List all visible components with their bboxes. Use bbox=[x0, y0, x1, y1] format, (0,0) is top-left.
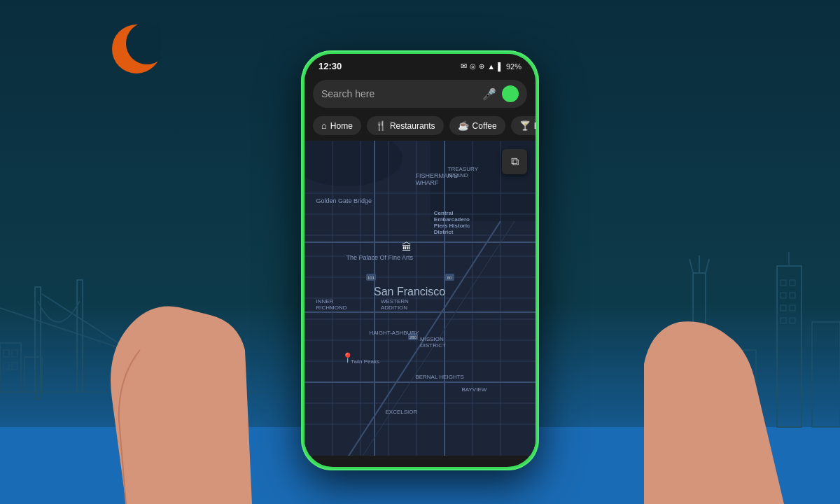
moon-icon bbox=[105, 21, 161, 77]
filter-chips: ⌂ Home 🍴 Restaurants ☕ Coffee 🍸 B bbox=[304, 113, 536, 141]
home-icon: ⌂ bbox=[321, 120, 327, 131]
map-canvas: 101 280 80 Golden Gate Bridge The Palace… bbox=[304, 141, 536, 456]
search-bar-area: Search here 🎤 bbox=[304, 76, 536, 113]
svg-point-33 bbox=[304, 141, 402, 186]
svg-rect-8 bbox=[4, 350, 9, 357]
search-placeholder[interactable]: Search here bbox=[321, 88, 477, 99]
svg-text:280: 280 bbox=[410, 335, 417, 340]
svg-rect-30 bbox=[812, 322, 840, 427]
hand-right bbox=[644, 189, 784, 504]
vpn-icon: ⊕ bbox=[479, 62, 484, 70]
fork-icon: 🍴 bbox=[375, 120, 386, 131]
svg-text:80: 80 bbox=[447, 276, 452, 280]
cocktail-icon: 🍸 bbox=[519, 120, 531, 131]
chip-bars-label: B bbox=[534, 121, 536, 131]
chip-home[interactable]: ⌂ Home bbox=[313, 116, 361, 135]
svg-rect-12 bbox=[24, 357, 42, 392]
chip-home-label: Home bbox=[330, 121, 353, 131]
svg-rect-10 bbox=[4, 363, 9, 370]
layers-button[interactable]: ⧉ bbox=[502, 149, 527, 174]
map-area[interactable]: 101 280 80 Golden Gate Bridge The Palace… bbox=[304, 141, 536, 456]
svg-text:101: 101 bbox=[368, 276, 375, 280]
svg-rect-11 bbox=[12, 363, 18, 370]
phone-screen: 12:30 ✉ ◎ ⊕ ▲ ▌ 92% Search here 🎤 bbox=[304, 54, 536, 467]
coffee-icon: ☕ bbox=[458, 120, 469, 131]
status-bar: 12:30 ✉ ◎ ⊕ ▲ ▌ 92% bbox=[304, 54, 536, 76]
mic-icon[interactable]: 🎤 bbox=[482, 88, 496, 101]
svg-rect-23 bbox=[790, 280, 795, 286]
svg-rect-9 bbox=[12, 350, 18, 357]
map-streets-svg: 101 280 80 bbox=[304, 141, 536, 456]
status-icons: ✉ ◎ ⊕ ▲ ▌ 92% bbox=[461, 62, 522, 71]
chip-restaurants-label: Restaurants bbox=[390, 121, 435, 131]
battery-text: 92% bbox=[506, 62, 522, 71]
location-icon: ◎ bbox=[470, 62, 476, 70]
chip-restaurants[interactable]: 🍴 Restaurants bbox=[367, 116, 444, 135]
palace-icon: 🏛 bbox=[402, 241, 412, 253]
chip-coffee[interactable]: ☕ Coffee bbox=[449, 116, 505, 135]
email-icon: ✉ bbox=[461, 62, 467, 71]
phone-case: 12:30 ✉ ◎ ⊕ ▲ ▌ 92% Search here 🎤 bbox=[301, 50, 539, 470]
layers-icon: ⧉ bbox=[511, 155, 519, 168]
svg-rect-29 bbox=[790, 318, 795, 323]
profile-avatar[interactable] bbox=[502, 85, 519, 102]
svg-rect-25 bbox=[790, 293, 795, 298]
phone: 12:30 ✉ ◎ ⊕ ▲ ▌ 92% Search here 🎤 bbox=[301, 50, 539, 470]
svg-rect-27 bbox=[790, 305, 795, 311]
chip-coffee-label: Coffee bbox=[472, 121, 497, 131]
signal-icon: ▌ bbox=[498, 62, 503, 71]
chip-bars[interactable]: 🍸 B bbox=[511, 116, 536, 135]
status-time: 12:30 bbox=[318, 61, 342, 71]
wifi-icon: ▲ bbox=[487, 62, 495, 71]
search-bar[interactable]: Search here 🎤 bbox=[313, 80, 527, 108]
svg-rect-4 bbox=[35, 287, 41, 399]
twin-peaks-pin: 📍 bbox=[342, 352, 354, 363]
hand-left bbox=[70, 154, 252, 504]
